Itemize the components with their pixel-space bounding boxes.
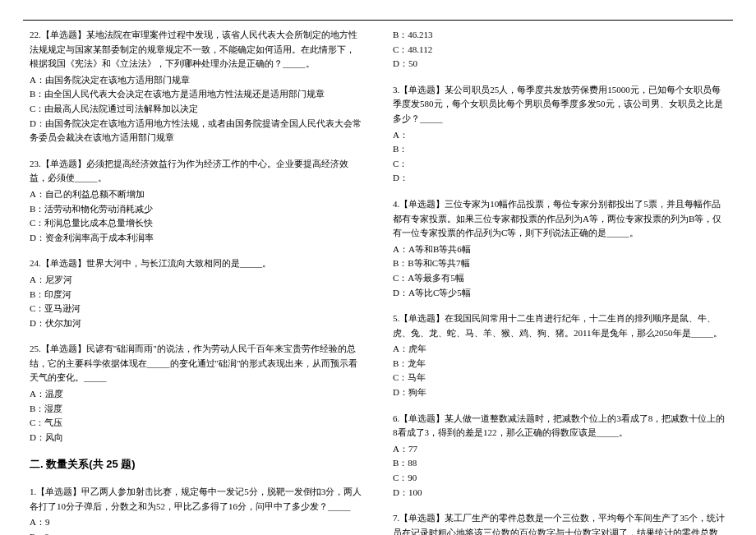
option-c: C：A等最多有5幅 — [393, 271, 726, 286]
option-c: C：由最高人民法院通过司法解释加以决定 — [30, 102, 363, 117]
question-2-3: 3.【单选题】某公司职员25人，每季度共发放劳保费用15000元，已知每个女职员… — [393, 83, 726, 186]
option-c: C：利润总量比成本总量增长快 — [30, 216, 363, 231]
option-b: B：8 — [30, 530, 363, 535]
option-d: D： — [393, 171, 726, 186]
section-title-2: 二. 数量关系(共 25 题) — [30, 456, 363, 473]
option-a: A：A等和B等共6幅 — [393, 242, 726, 257]
option-c: C： — [393, 157, 726, 172]
question-2-5: 5.【单选题】在我国民间常用十二生肖进行纪年，十二生肖的排列顺序是鼠、牛、虎、兔… — [393, 311, 726, 400]
question-text: 23.【单选题】必须把提高经济效益行为作为经济工作的中心。企业要提高经济效益，必… — [30, 157, 363, 186]
left-column: 22.【单选题】某地法院在审理案件过程中发现，该省人民代表大会所制定的地方性法规… — [23, 10, 378, 525]
right-column: B：46.213 C：48.112 D：50 3.【单选题】某公司职员25人，每… — [378, 10, 733, 525]
option-d: D：伏尔加河 — [30, 316, 363, 331]
option-b: B：B等和C等共7幅 — [393, 256, 726, 271]
option-c: C：90 — [393, 471, 726, 486]
question-text: 22.【单选题】某地法院在审理案件过程中发现，该省人民代表大会所制定的地方性法规… — [30, 28, 363, 71]
option-d: D：A等比C等少5幅 — [393, 286, 726, 301]
option-a: A：9 — [30, 515, 363, 530]
option-d: D：由国务院决定在该地方适用地方性法规，或者由国务院提请全国人民代表大会常务委员… — [30, 117, 363, 145]
option-b: B：湿度 — [30, 402, 363, 417]
option-b: B：由全国人民代表大会决定在该地方是适用地方性法规还是适用部门规章 — [30, 87, 363, 102]
question-25: 25.【单选题】民谚有"础润而雨"的说法，作为劳动人民千百年来宝贵劳作经验的总结… — [30, 342, 363, 445]
option-b: B：龙年 — [393, 357, 726, 371]
option-b: B： — [393, 142, 726, 157]
option-d: D：狗年 — [393, 385, 726, 400]
question-text: 7.【单选题】某工厂生产的零件总数是一个三位数，平均每个车间生产了35个，统计员… — [393, 511, 726, 535]
question-text: 24.【单选题】世界大河中，与长江流向大致相同的是_____。 — [30, 256, 363, 271]
question-2-1: 1.【单选题】甲乙两人参加射击比赛，规定每中一发记5分，脱靶一发倒扣3分，两人各… — [30, 485, 363, 535]
option-c: C：气压 — [30, 416, 363, 431]
option-b: B：活劳动和物化劳动消耗减少 — [30, 202, 363, 217]
option-a: A：尼罗河 — [30, 273, 363, 288]
question-2-2-cont: B：46.213 C：48.112 D：50 — [393, 28, 726, 71]
option-d: D：50 — [393, 57, 726, 71]
question-24: 24.【单选题】世界大河中，与长江流向大致相同的是_____。 A：尼罗河 B：… — [30, 256, 363, 330]
option-a: A：温度 — [30, 387, 363, 402]
option-c: C：亚马逊河 — [30, 302, 363, 316]
question-22: 22.【单选题】某地法院在审理案件过程中发现，该省人民代表大会所制定的地方性法规… — [30, 28, 363, 145]
option-c: C：马年 — [393, 371, 726, 385]
option-a: A：由国务院决定在该地方适用部门规章 — [30, 73, 363, 88]
question-2-4: 4.【单选题】三位专家为10幅作品投票，每位专家分别都投出了5票，并且每幅作品都… — [393, 197, 726, 300]
question-text: 25.【单选题】民谚有"础润而雨"的说法，作为劳动人民千百年来宝贵劳作经验的总结… — [30, 342, 363, 385]
question-text: 6.【单选题】某人做一道整数减法题时，把减数个位上的3看成了8，把减数十位上的8… — [393, 412, 726, 440]
option-a: A：77 — [393, 442, 726, 457]
option-b: B：印度河 — [30, 288, 363, 302]
option-b: B：88 — [393, 456, 726, 471]
question-2-7: 7.【单选题】某工厂生产的零件总数是一个三位数，平均每个车间生产了35个，统计员… — [393, 511, 726, 535]
question-2-6: 6.【单选题】某人做一道整数减法题时，把减数个位上的3看成了8，把减数十位上的8… — [393, 412, 726, 500]
page-divider — [23, 20, 733, 21]
question-text: 3.【单选题】某公司职员25人，每季度共发放劳保费用15000元，已知每个女职员… — [393, 83, 726, 127]
option-d: D：风向 — [30, 431, 363, 445]
option-d: D：资金利润率高于成本利润率 — [30, 231, 363, 246]
question-text: 5.【单选题】在我国民间常用十二生肖进行纪年，十二生肖的排列顺序是鼠、牛、虎、兔… — [393, 311, 726, 340]
option-d: D：100 — [393, 486, 726, 500]
option-b: B：46.213 — [393, 28, 726, 43]
question-23: 23.【单选题】必须把提高经济效益行为作为经济工作的中心。企业要提高经济效益，必… — [30, 157, 363, 246]
option-a: A： — [393, 128, 726, 143]
option-a: A：自己的利益总额不断增加 — [30, 187, 363, 202]
option-a: A：虎年 — [393, 342, 726, 357]
question-text: 4.【单选题】三位专家为10幅作品投票，每位专家分别都投出了5票，并且每幅作品都… — [393, 197, 726, 241]
option-c: C：48.112 — [393, 43, 726, 58]
question-text: 1.【单选题】甲乙两人参加射击比赛，规定每中一发记5分，脱靶一发倒扣3分，两人各… — [30, 485, 363, 514]
